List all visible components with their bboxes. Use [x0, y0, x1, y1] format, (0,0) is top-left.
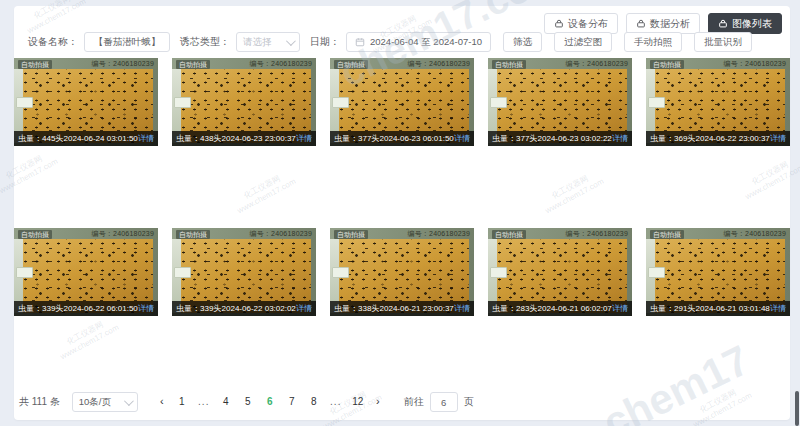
capture-time: 2024-06-23 06:01:50 [379, 134, 454, 143]
filter-empty-images-button[interactable]: 过滤空图 [554, 32, 612, 52]
photo-footer-overlay: 虫量：339头 2024-06-22 06:01:50 详情 [14, 301, 158, 316]
pager-ellipsis[interactable]: ... [194, 392, 214, 412]
photo-footer-overlay: 虫量：369头 2024-06-22 23:00:37 详情 [646, 131, 790, 146]
capture-mode-badge: 自动拍摄 [334, 60, 368, 69]
goto-page-input[interactable]: 6 [430, 392, 458, 412]
device-distribution-button[interactable]: 设备分布 [544, 13, 618, 34]
photo-header-overlay: 自动拍摄 编号：2406180239 [172, 228, 316, 240]
batch-recognize-button[interactable]: 批量识别 [694, 32, 752, 52]
insect-count: 虫量：291头 [650, 303, 695, 314]
main-panel: 设备分布 数据分析 图像列表 设备名称： 【番茄潜叶蛾】 诱芯类型： 请选择 日… [14, 6, 790, 420]
device-number-label: 编号：2406180239 [565, 229, 628, 239]
detail-link[interactable]: 详情 [612, 133, 628, 144]
image-card[interactable]: 自动拍摄 编号：2406180239 虫量：377头 2024-06-23 06… [330, 58, 474, 146]
capture-time: 2024-06-24 03:01:50 [63, 134, 138, 143]
detail-link[interactable]: 详情 [612, 303, 628, 314]
prev-page-button[interactable]: ‹ [154, 392, 170, 412]
image-list-label: 图像列表 [732, 17, 772, 31]
pager-ellipsis[interactable]: ... [326, 392, 346, 412]
image-card[interactable]: 自动拍摄 编号：2406180239 虫量：445头 2024-06-24 03… [14, 58, 158, 146]
view-switch-group: 设备分布 数据分析 图像列表 [544, 13, 782, 34]
capture-time: 2024-06-22 03:02:02 [221, 304, 296, 313]
device-name-label: 设备名称： [28, 35, 78, 49]
photo-footer-overlay: 虫量：438头 2024-06-23 23:00:37 详情 [172, 131, 316, 146]
image-list-button[interactable]: 图像列表 [708, 13, 782, 34]
pager-page-1[interactable]: 1 [172, 392, 192, 412]
image-card[interactable]: 自动拍摄 编号：2406180239 虫量：339头 2024-06-22 03… [172, 228, 316, 316]
lure-type-select[interactable]: 请选择 [236, 32, 300, 52]
page-size-select[interactable]: 10条/页 [72, 392, 138, 412]
data-analysis-button[interactable]: 数据分析 [626, 13, 700, 34]
trap-photo: 自动拍摄 编号：2406180239 虫量：369头 2024-06-22 23… [646, 58, 790, 146]
trap-photo: 自动拍摄 编号：2406180239 虫量：291头 2024-06-21 03… [646, 228, 790, 316]
date-range-input[interactable]: 2024-06-04 至 2024-07-10 [346, 32, 491, 52]
image-card[interactable]: 自动拍摄 编号：2406180239 虫量：369头 2024-06-22 23… [646, 58, 790, 146]
page-size-value: 10条/页 [79, 396, 111, 409]
device-distribution-label: 设备分布 [568, 17, 608, 31]
image-card[interactable]: 自动拍摄 编号：2406180239 虫量：291头 2024-06-21 03… [646, 228, 790, 316]
capture-mode-badge: 自动拍摄 [176, 60, 210, 69]
insect-count: 虫量：377头 [334, 133, 379, 144]
pager-page-8[interactable]: 8 [304, 392, 324, 412]
trap-photo: 自动拍摄 编号：2406180239 虫量：377头 2024-06-23 06… [330, 58, 474, 146]
trap-photo: 自动拍摄 编号：2406180239 虫量：438头 2024-06-23 23… [172, 58, 316, 146]
detail-link[interactable]: 详情 [454, 133, 470, 144]
scrollbar-thumb[interactable] [795, 391, 799, 426]
photo-footer-overlay: 虫量：377头 2024-06-23 03:02:22 详情 [488, 131, 632, 146]
image-card[interactable]: 自动拍摄 编号：2406180239 虫量：338头 2024-06-21 23… [330, 228, 474, 316]
manual-photo-button[interactable]: 手动拍照 [624, 32, 682, 52]
detail-link[interactable]: 详情 [770, 303, 786, 314]
detail-link[interactable]: 详情 [138, 133, 154, 144]
trap-device-tag [648, 97, 665, 108]
photo-header-overlay: 自动拍摄 编号：2406180239 [488, 58, 632, 70]
calendar-icon [355, 37, 365, 47]
trap-photo: 自动拍摄 编号：2406180239 虫量：339头 2024-06-22 06… [14, 228, 158, 316]
device-number-label: 编号：2406180239 [91, 59, 154, 69]
detail-link[interactable]: 详情 [770, 133, 786, 144]
pager-page-6[interactable]: 6 [260, 392, 280, 412]
pager-page-7[interactable]: 7 [282, 392, 302, 412]
photo-header-overlay: 自动拍摄 编号：2406180239 [14, 58, 158, 70]
goto-label: 前往 [404, 395, 424, 409]
image-card[interactable]: 自动拍摄 编号：2406180239 虫量：438头 2024-06-23 23… [172, 58, 316, 146]
capture-mode-badge: 自动拍摄 [650, 60, 684, 69]
capture-mode-badge: 自动拍摄 [492, 230, 526, 239]
filter-button[interactable]: 筛选 [503, 32, 542, 52]
trap-photo: 自动拍摄 编号：2406180239 虫量：338头 2024-06-21 23… [330, 228, 474, 316]
chevron-down-icon [286, 36, 296, 46]
pager-page-12[interactable]: 12 [348, 392, 368, 412]
trap-photo: 自动拍摄 编号：2406180239 虫量：339头 2024-06-22 03… [172, 228, 316, 316]
device-number-label: 编号：2406180239 [565, 59, 628, 69]
device-number-label: 编号：2406180239 [249, 229, 312, 239]
capture-mode-badge: 自动拍摄 [18, 60, 52, 69]
detail-link[interactable]: 详情 [296, 133, 312, 144]
photo-header-overlay: 自动拍摄 编号：2406180239 [646, 228, 790, 240]
photo-header-overlay: 自动拍摄 编号：2406180239 [488, 228, 632, 240]
detail-link[interactable]: 详情 [454, 303, 470, 314]
detail-link[interactable]: 详情 [296, 303, 312, 314]
capture-time: 2024-06-21 23:00:37 [379, 304, 454, 313]
device-number-label: 编号：2406180239 [723, 59, 786, 69]
image-card[interactable]: 自动拍摄 编号：2406180239 虫量：283头 2024-06-21 06… [488, 228, 632, 316]
image-card[interactable]: 自动拍摄 编号：2406180239 虫量：377头 2024-06-23 03… [488, 58, 632, 146]
trap-device-tag [174, 97, 191, 108]
device-name-input[interactable]: 【番茄潜叶蛾】 [84, 32, 170, 52]
detail-link[interactable]: 详情 [138, 303, 154, 314]
insect-count: 虫量：339头 [18, 303, 63, 314]
capture-mode-badge: 自动拍摄 [176, 230, 210, 239]
data-analysis-label: 数据分析 [650, 17, 690, 31]
photo-header-overlay: 自动拍摄 编号：2406180239 [172, 58, 316, 70]
trap-device-tag [174, 267, 191, 278]
next-page-button[interactable]: › [370, 392, 386, 412]
pagination-bar: 共 111 条 10条/页 ‹ 1...45678...12 › 前往 6 页 [19, 392, 474, 412]
image-card[interactable]: 自动拍摄 编号：2406180239 虫量：339头 2024-06-22 06… [14, 228, 158, 316]
pager-page-4[interactable]: 4 [216, 392, 236, 412]
lure-type-label: 诱芯类型： [180, 35, 230, 49]
photo-footer-overlay: 虫量：377头 2024-06-23 06:01:50 详情 [330, 131, 474, 146]
device-distribution-icon [554, 19, 564, 29]
pager-page-5[interactable]: 5 [238, 392, 258, 412]
pager: ‹ 1...45678...12 › [154, 392, 386, 412]
insect-count: 虫量：369头 [650, 133, 695, 144]
trap-device-tag [490, 267, 507, 278]
insect-count: 虫量：338头 [334, 303, 379, 314]
